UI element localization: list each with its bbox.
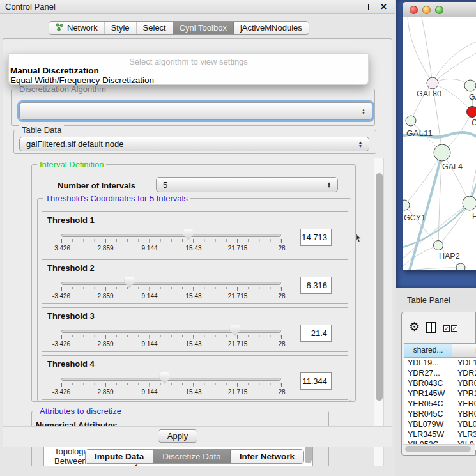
column-header-shared-name[interactable]: shared... xyxy=(404,343,452,358)
threshold-3-value-field[interactable]: 21.4 xyxy=(300,325,332,342)
scale-label: 28 xyxy=(278,388,285,395)
tab-network[interactable]: Network xyxy=(49,22,104,34)
mac-minimize-button[interactable] xyxy=(422,6,431,14)
scale-label: 21.715 xyxy=(228,388,248,395)
scale-label: 2.859 xyxy=(97,388,113,395)
tab-select-label: Select xyxy=(143,23,166,33)
table-row[interactable]: YER054CYER0 xyxy=(404,399,476,409)
node-gal4 xyxy=(434,144,450,161)
node-label: GCY1 xyxy=(404,213,426,222)
table-row[interactable]: YPR145WYPR1 xyxy=(404,388,476,399)
threshold-3-label: Threshold 3 xyxy=(47,311,95,321)
node-gal80 xyxy=(427,77,438,89)
threshold-2-slider[interactable]: -3.426 2.859 9.144 15.43 21.715 28 xyxy=(61,277,282,305)
table-panel-toolbar: ⚙ ✓ ✓ xyxy=(402,312,475,342)
tab-impute-data-label: Impute Data xyxy=(95,452,144,461)
scale-label: 15.43 xyxy=(185,245,201,252)
scale-label: 2.859 xyxy=(97,341,113,348)
scale-label: -3.426 xyxy=(52,388,70,395)
scale-label: 21.715 xyxy=(228,341,248,348)
gear-icon[interactable]: ⚙ xyxy=(409,319,420,334)
slider-track[interactable] xyxy=(61,282,281,285)
node-hap2 xyxy=(434,241,443,250)
slider-ticks-major xyxy=(61,383,282,387)
tab-jactivemnodules[interactable]: jActiveMNodules xyxy=(234,22,309,34)
table-row[interactable]: YBL079WYBL0 xyxy=(404,419,476,429)
node-top-right xyxy=(464,80,476,91)
slider-track[interactable] xyxy=(61,330,281,333)
threshold-1-value-field[interactable]: 14.713 xyxy=(300,229,332,246)
mouse-cursor xyxy=(355,234,362,245)
table-row[interactable]: YBR043CYBR0 xyxy=(404,378,476,388)
tab-cyni-toolbox[interactable]: Cyni Toolbox xyxy=(173,22,234,34)
algorithm-combo[interactable]: ▲▼ xyxy=(19,102,372,120)
tab-impute-data[interactable]: Impute Data xyxy=(86,450,153,463)
table-row[interactable]: YDR27...YDR2 xyxy=(404,368,476,378)
table-data-combo[interactable]: galFiltered.sif default node ▲▼ xyxy=(19,137,369,151)
scale-label: -3.426 xyxy=(52,293,70,300)
checkbox-icon[interactable]: ✓ xyxy=(451,325,457,332)
threshold-2-value-field[interactable]: 6.316 xyxy=(300,277,332,294)
thresholds-group: Threshold's Coordinates for 5 Intervals … xyxy=(37,198,351,401)
table-rows: YDL19...YDL1 YDR27...YDR2 YBR043CYBR0 YP… xyxy=(404,358,476,450)
threshold-3-slider[interactable]: -3.426 2.859 9.144 15.43 21.715 28 xyxy=(61,325,282,353)
slider-track[interactable] xyxy=(61,378,281,381)
node-label: C xyxy=(472,118,476,127)
table-row[interactable]: YBR045CYBR0 xyxy=(404,409,476,419)
checkbox-icon[interactable]: ✓ xyxy=(443,325,450,332)
float-window-icon[interactable] xyxy=(368,4,374,10)
network-view-frame: GAL80 GA C GAL11 GAL4 GCY1 H HAP2 xyxy=(396,0,476,288)
threshold-1-panel: Threshold 1 -3.426 2.859 9.144 15.43 xyxy=(42,211,348,256)
apply-button[interactable]: Apply xyxy=(158,429,197,443)
tab-discretize-data[interactable]: Discretize Data xyxy=(153,450,231,463)
table-hscrollbar-thumb[interactable] xyxy=(405,446,471,452)
apply-bar: Apply xyxy=(3,426,392,447)
table-data-group-label: Table Data xyxy=(19,125,64,135)
column-header-name[interactable]: n xyxy=(452,343,476,358)
cyni-toolbox-panel: Discretization Algorithm ▲▼ Table Data g… xyxy=(3,38,392,447)
scale-label: 28 xyxy=(278,245,285,252)
scale-label: 21.715 xyxy=(228,293,248,300)
number-of-intervals-combo[interactable]: 5 ▲▼ xyxy=(156,177,338,192)
threshold-4-slider[interactable]: -3.426 2.859 9.144 15.43 21.715 28 xyxy=(61,372,282,401)
scale-label: 21.715 xyxy=(228,245,248,252)
table-columns-icon[interactable] xyxy=(426,322,436,333)
table-panel-title: Table Panel xyxy=(407,295,450,305)
scale-label: 9.144 xyxy=(141,388,157,395)
scale-label: 2.859 xyxy=(97,293,113,300)
node-label: GAL4 xyxy=(442,162,463,171)
network-canvas[interactable]: GAL80 GA C GAL11 GAL4 GCY1 H HAP2 xyxy=(403,17,476,270)
table-panel-titlebar: Table Panel xyxy=(395,291,476,308)
threshold-4-label: Threshold 4 xyxy=(47,359,95,369)
threshold-2-label: Threshold 2 xyxy=(47,263,95,273)
table-row[interactable]: YDL19...YDL1 xyxy=(404,358,476,368)
mac-zoom-button[interactable] xyxy=(435,6,443,14)
mac-close-button[interactable] xyxy=(410,6,418,14)
network-window-titlebar[interactable] xyxy=(403,2,476,17)
combo-stepper-icon: ▲▼ xyxy=(325,181,334,188)
scale-label: 15.43 xyxy=(185,341,201,348)
popup-item-equal-width-frequency[interactable]: Equal Width/Frequency Discretization xyxy=(10,75,154,85)
threshold-3-panel: Threshold 3 -3.426 2.859 9.144 15.43 xyxy=(42,307,348,352)
table-horizontal-scrollbar[interactable] xyxy=(403,444,475,452)
table-row[interactable]: YLR345WYLR3 xyxy=(404,429,476,440)
tab-infer-network[interactable]: Infer Network xyxy=(231,450,303,463)
settings-scrollbar[interactable] xyxy=(374,158,384,466)
tab-cyni-toolbox-label: Cyni Toolbox xyxy=(180,23,227,33)
threshold-1-label: Threshold 1 xyxy=(47,215,95,225)
close-icon[interactable]: ✕ xyxy=(380,3,387,11)
slider-track[interactable] xyxy=(61,234,281,237)
scale-label: 15.43 xyxy=(185,388,201,395)
threshold-1-slider[interactable]: -3.426 2.859 9.144 15.43 21.715 28 xyxy=(61,229,282,257)
node-label: H xyxy=(472,212,476,221)
combo-stepper-icon: ▲▼ xyxy=(356,141,365,148)
tab-style[interactable]: Style xyxy=(104,22,136,34)
popup-item-manual-discretization[interactable]: Manual Discretization xyxy=(10,66,99,75)
slider-ticks-major xyxy=(61,287,282,291)
tab-network-label: Network xyxy=(67,23,98,33)
settings-scrollbar-thumb[interactable] xyxy=(376,173,383,401)
tab-select[interactable]: Select xyxy=(136,22,173,34)
threshold-4-value-field[interactable]: 11.344 xyxy=(300,372,332,390)
network-window[interactable]: GAL80 GA C GAL11 GAL4 GCY1 H HAP2 xyxy=(403,2,476,270)
tab-discretize-data-label: Discretize Data xyxy=(162,452,221,461)
